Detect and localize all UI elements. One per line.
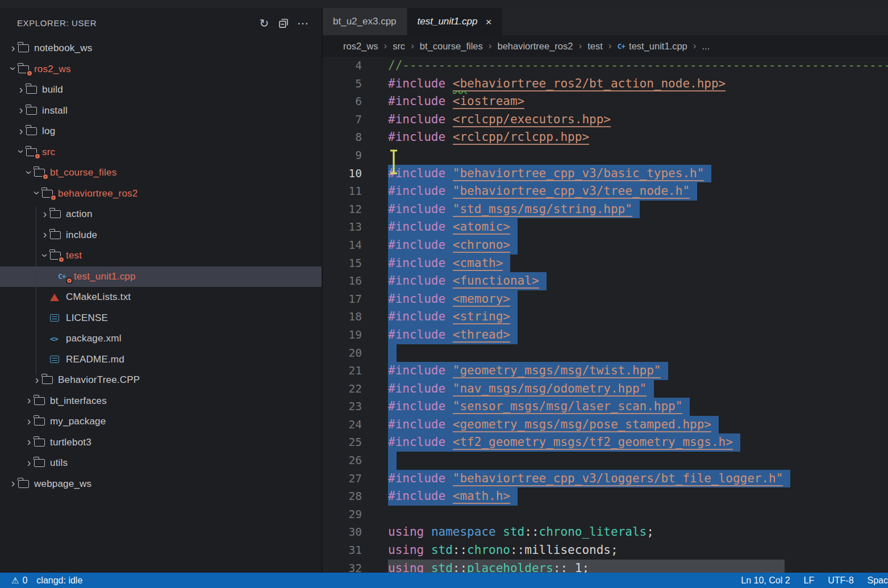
code-line-30[interactable]: 30using namespace std::chrono_literals;: [323, 523, 888, 541]
breadcrumb-item-...[interactable]: ...: [702, 41, 710, 52]
code-line-10[interactable]: 10#include "behaviortree_cpp_v3/basic_ty…: [323, 165, 888, 183]
code-line-5[interactable]: 5#include <behaviortree_ros2/bt_action_n…: [323, 75, 888, 93]
code-line-26[interactable]: 26: [323, 452, 888, 470]
code-line-18[interactable]: 18#include <string>: [323, 308, 888, 326]
code-line-text[interactable]: #include "behaviortree_cpp_v3/tree_node.…: [388, 182, 697, 201]
code-line-text[interactable]: using std::placeholders::_1;: [388, 560, 785, 573]
code-line-text[interactable]: #include <math.h>: [388, 487, 518, 506]
code-line-28[interactable]: 28#include <math.h>: [323, 487, 888, 506]
code-line-text[interactable]: #include <rclcpp/rclcpp.hpp>: [388, 128, 589, 147]
code-line-17[interactable]: 17#include <memory>: [323, 290, 888, 308]
code-line-text[interactable]: using namespace std::chrono_literals;: [388, 523, 654, 541]
code-line-text[interactable]: #include <tf2_geometry_msgs/tf2_geometry…: [388, 433, 740, 452]
code-line-4[interactable]: 4//-------------------------------------…: [323, 57, 888, 75]
tree-item-webpage_ws[interactable]: ›webpage_ws: [0, 474, 322, 495]
tree-item-CMakeLists.txt[interactable]: CMakeLists.txt: [0, 287, 322, 308]
breadcrumb-item-behaviortree_ros2[interactable]: behaviortree_ros2: [497, 41, 573, 52]
tree-item-README.md[interactable]: README.md: [0, 349, 322, 370]
breadcrumb-item-src[interactable]: src: [393, 41, 405, 52]
code-line-text[interactable]: #include <rclcpp/executors.hpp>: [388, 111, 611, 129]
code-line-23[interactable]: 23#include "sensor_msgs/msg/laser_scan.h…: [323, 398, 888, 416]
code-line-12[interactable]: 12#include "std_msgs/msg/string.hpp": [323, 201, 888, 219]
code-line-text[interactable]: #include "sensor_msgs/msg/laser_scan.hpp…: [388, 398, 690, 416]
code-line-15[interactable]: 15#include <cmath>: [323, 255, 888, 273]
code-line-32[interactable]: 32using std::placeholders::_1;: [323, 560, 888, 573]
code-line-text[interactable]: #include <cmath>: [388, 255, 510, 273]
code-line-text[interactable]: #include "std_msgs/msg/string.hpp": [388, 201, 640, 219]
problems-indicator[interactable]: ⚠ 0: [11, 576, 27, 586]
tree-item-test_unit1.cpp[interactable]: C+test_unit1.cpp: [0, 266, 322, 287]
tree-item-notebook_ws[interactable]: ›notebook_ws: [0, 38, 322, 59]
code-line-31[interactable]: 31using std::chrono::milliseconds;: [323, 541, 888, 560]
more-actions-button[interactable]: ⋯: [293, 15, 312, 32]
code-line-text[interactable]: #include <string>: [388, 308, 518, 326]
tree-item-utils[interactable]: ›utils: [0, 453, 322, 474]
code-line-text[interactable]: #include <iostream>: [388, 93, 524, 111]
tree-item-bt_interfaces[interactable]: ›bt_interfaces: [0, 391, 322, 412]
code-line-text[interactable]: #include "behaviortree_cpp_v3/basic_type…: [388, 165, 711, 183]
code-line-16[interactable]: 16#include <functional>: [323, 272, 888, 290]
code-line-text[interactable]: using std::chrono::milliseconds;: [388, 541, 618, 560]
tree-item-package.xml[interactable]: <>package.xml: [0, 328, 322, 349]
breadcrumb-item-test_unit1.cpp[interactable]: C+test_unit1.cpp: [617, 41, 687, 52]
code-line-text[interactable]: [388, 344, 397, 362]
code-line-25[interactable]: 25#include <tf2_geometry_msgs/tf2_geomet…: [323, 433, 888, 452]
tree-item-test[interactable]: ›test: [0, 245, 322, 266]
tree-item-install[interactable]: ›install: [0, 101, 322, 122]
code-line-24[interactable]: 24#include <geometry_msgs/msg/pose_stamp…: [323, 416, 888, 434]
refresh-button[interactable]: ↻: [255, 15, 274, 32]
tree-item-include[interactable]: ›include: [0, 225, 322, 246]
code-line-9[interactable]: 9: [323, 147, 888, 165]
tree-item-build[interactable]: ›build: [0, 80, 322, 101]
code-line-21[interactable]: 21#include "geometry_msgs/msg/twist.hpp": [323, 362, 888, 380]
tree-item-BehaviorTree.CPP[interactable]: ›BehaviorTree.CPP: [0, 370, 322, 391]
tab-bt_u2_ex3.cpp[interactable]: bt_u2_ex3.cpp: [323, 8, 407, 35]
tree-item-src[interactable]: ›src: [0, 142, 322, 163]
tree-item-my_package[interactable]: ›my_package: [0, 411, 322, 432]
code-line-27[interactable]: 27#include "behaviortree_cpp_v3/loggers/…: [323, 470, 888, 488]
code-line-text[interactable]: #include <geometry_msgs/msg/pose_stamped…: [388, 416, 719, 434]
tree-item-log[interactable]: ›log: [0, 121, 322, 142]
indentation-indicator[interactable]: Spac: [868, 576, 888, 586]
tree-item-action[interactable]: ›action: [0, 204, 322, 225]
tree-item-behaviortree_ros2[interactable]: ›behaviortree_ros2: [0, 184, 322, 205]
code-line-text[interactable]: #include "nav_msgs/msg/odometry.hpp": [388, 380, 654, 398]
include-path: <atomic>: [453, 220, 510, 235]
code-line-6[interactable]: 6#include <iostream>: [323, 93, 888, 111]
tree-item-ros2_ws[interactable]: ›ros2_ws: [0, 59, 322, 80]
code-token: [445, 112, 453, 126]
save-all-button[interactable]: [274, 15, 293, 32]
code-line-29[interactable]: 29: [323, 506, 888, 524]
breadcrumb-item-ros2_ws[interactable]: ros2_ws: [343, 41, 378, 52]
code-line-14[interactable]: 14#include <chrono>: [323, 236, 888, 255]
code-line-text[interactable]: #include <behaviortree_ros2/bt_action_no…: [388, 75, 726, 93]
code-line-20[interactable]: 20: [323, 344, 888, 362]
code-line-13[interactable]: 13#include <atomic>: [323, 218, 888, 236]
code-line-text[interactable]: #include <atomic>: [388, 218, 518, 236]
code-line-text[interactable]: #include "geometry_msgs/msg/twist.hpp": [388, 362, 668, 380]
code-line-text[interactable]: #include <thread>: [388, 326, 518, 344]
language-server-status[interactable]: clangd: idle: [36, 576, 82, 586]
breadcrumb-item-bt_course_files[interactable]: bt_course_files: [420, 41, 483, 52]
tree-item-LICENSE[interactable]: LICENSE: [0, 308, 322, 329]
tree-item-bt_course_files[interactable]: ›bt_course_files: [0, 162, 322, 184]
code-line-22[interactable]: 22#include "nav_msgs/msg/odometry.hpp": [323, 380, 888, 398]
eol-indicator[interactable]: LF: [804, 576, 815, 586]
code-editor[interactable]: 4//-------------------------------------…: [323, 57, 888, 573]
code-line-text[interactable]: #include <functional>: [388, 272, 547, 290]
code-line-7[interactable]: 7#include <rclcpp/executors.hpp>: [323, 111, 888, 129]
code-line-11[interactable]: 11#include "behaviortree_cpp_v3/tree_nod…: [323, 182, 888, 201]
code-line-text[interactable]: [388, 452, 397, 470]
code-line-text[interactable]: #include <memory>: [388, 290, 518, 308]
cursor-position[interactable]: Ln 10, Col 2: [741, 576, 790, 586]
code-line-text[interactable]: #include "behaviortree_cpp_v3/loggers/bt…: [388, 470, 790, 488]
code-line-text[interactable]: #include <chrono>: [388, 236, 518, 255]
encoding-indicator[interactable]: UTF-8: [828, 576, 853, 586]
breadcrumb-item-test[interactable]: test: [587, 41, 603, 52]
code-line-text[interactable]: //--------------------------------------…: [388, 57, 888, 75]
tree-item-turtlebot3[interactable]: ›turtlebot3: [0, 432, 322, 453]
code-line-8[interactable]: 8#include <rclcpp/rclcpp.hpp>: [323, 128, 888, 147]
tab-test_unit1.cpp[interactable]: test_unit1.cpp×: [407, 8, 502, 35]
close-icon[interactable]: ×: [485, 16, 491, 27]
code-line-19[interactable]: 19#include <thread>: [323, 326, 888, 344]
